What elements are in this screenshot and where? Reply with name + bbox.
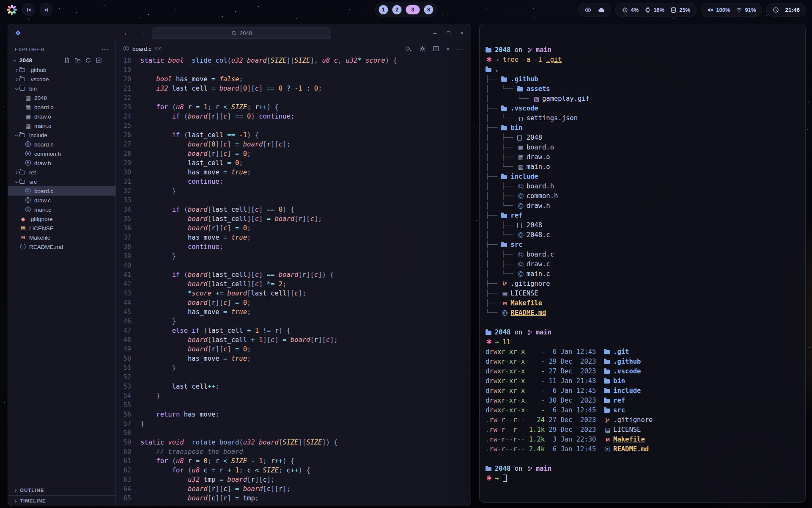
line-number: 26 [116, 130, 131, 140]
split-editor-icon[interactable] [433, 45, 439, 52]
tree-item-label: src [29, 179, 37, 185]
line-number: 54 [116, 391, 131, 400]
workspace-2[interactable]: 2 [392, 5, 402, 14]
workspace-8[interactable]: 8 [424, 5, 433, 14]
tree-item-bin[interactable]: ›bin [8, 84, 115, 93]
nav-back-button[interactable]: ← [123, 29, 130, 37]
clock-time: 21:46 [785, 7, 800, 13]
line-number: 43 [116, 289, 131, 298]
terminal-line: │ ├── 2048 [486, 133, 801, 143]
outline-section[interactable]: › OUTLINE [8, 485, 115, 495]
vscode-titlebar[interactable]: ❖ ← → 2048 – □ × [8, 24, 471, 42]
terminal-line: . [486, 65, 801, 75]
terminal-line: ├── .github [486, 75, 801, 84]
folderf-icon [501, 77, 507, 82]
code-line-43: 43 *score += board[last_cell][c]; [116, 289, 471, 298]
tree-item-LICENSE[interactable]: ▤LICENSE [8, 224, 115, 233]
media-previous-button[interactable] [22, 3, 35, 16]
tree-item-include[interactable]: ›include [8, 130, 115, 140]
tree-item-board.c[interactable]: Ⓒboard.c [8, 186, 115, 196]
cfile-icon: Ⓒ [25, 206, 32, 213]
tree-item-label: draw.c [34, 197, 51, 204]
hfile-icon: Ⓗ [25, 141, 32, 148]
tree-item-label: board.o [34, 104, 54, 110]
top-status-bar: 1238 4% 16% 25% [0, 0, 812, 19]
new-file-button[interactable] [64, 57, 70, 64]
run-file-button[interactable] [406, 45, 412, 52]
workspace-3-active[interactable]: 3 [406, 5, 420, 14]
chevron-right-icon: › [14, 169, 19, 176]
wifi-stat: 91% [736, 7, 756, 13]
project-root-row[interactable]: › 2048 [8, 55, 115, 65]
code-line-31: 31 continue; [116, 177, 471, 186]
code-line-48: 48 board[last_cell + 1][c] = board[r][c]… [116, 335, 471, 345]
tree-item-.github[interactable]: ›.github [8, 65, 115, 75]
folderf-icon [604, 409, 610, 413]
line-number: 23 [116, 102, 131, 112]
tree-item-main.c[interactable]: Ⓒmain.c [8, 205, 115, 214]
code-line-51: 51 } [116, 363, 471, 373]
tree-item-draw.c[interactable]: Ⓒdraw.c [8, 196, 115, 205]
workspace-1[interactable]: 1 [379, 5, 388, 14]
command-center-search[interactable]: 2048 [152, 28, 331, 39]
audio-network-widget: 100% 91% [701, 3, 762, 17]
terminal-line: drwxr-xr-x - 29 Dec 2023 .github [486, 357, 801, 367]
tree-item-draw.h[interactable]: Ⓗdraw.h [8, 158, 115, 168]
tree-item-.vscode[interactable]: ›.vscode [8, 75, 115, 84]
terminal-line: ∗→ ll [486, 337, 801, 347]
code-line-42: 42 board[last_cell][c] *= 2; [116, 279, 471, 289]
editor-more-actions-icon[interactable]: ··· [457, 46, 463, 52]
tree-item-label: board.c [34, 188, 53, 194]
folderf-icon [517, 87, 523, 91]
nav-forward-button[interactable]: → [137, 29, 144, 37]
code-line-55: 55 [116, 400, 471, 410]
tree-item-2048[interactable]: ▦2048 [8, 93, 115, 102]
binary-icon: ▦ [517, 143, 524, 152]
code-editor[interactable]: 18static bool _slide_col(u32 board[SIZE]… [116, 55, 471, 506]
tree-item-draw.o[interactable]: ▦draw.o [8, 112, 115, 121]
tree-item-ref[interactable]: ›ref [8, 168, 115, 177]
tree-item-.gitignore[interactable]: ◆.gitignore [8, 214, 115, 224]
terminal-line: │ ├── ▦board.o [486, 143, 801, 152]
tree-item-common.h[interactable]: Ⓗcommon.h [8, 149, 115, 158]
terminal-line: .rw-r--r-- 24 27 Dec 2023 .gitignore [486, 415, 801, 425]
terminal-line: drwxr-xr-x - 6 Jan 12:45 include [486, 386, 801, 396]
system-logo-icon[interactable] [6, 4, 18, 16]
terminal-line: │ ├── Ⓒdraw.c [486, 260, 801, 269]
tab-file-name[interactable]: board.c [132, 46, 151, 52]
workspace-switcher: 1238 [375, 3, 437, 17]
code-line-35: 35 board[last_cell][c] = board[r][c]; [116, 214, 471, 224]
tree-item-main.o[interactable]: ▦main.o [8, 121, 115, 130]
line-number: 34 [116, 205, 131, 214]
close-button[interactable]: × [461, 30, 464, 36]
line-number: 18 [116, 56, 131, 65]
binary-icon: ▦ [517, 152, 524, 162]
folderf-icon [501, 126, 507, 130]
tree-item-src[interactable]: ›src [8, 177, 115, 186]
code-line-56: 56 return has_move; [116, 410, 471, 419]
refresh-button[interactable] [85, 57, 91, 64]
exe-icon [517, 223, 522, 228]
line-number: 63 [116, 475, 131, 484]
close-editor-icon[interactable]: × [446, 46, 450, 52]
maximize-button[interactable]: □ [447, 30, 450, 36]
explorer-more-actions-icon[interactable]: ··· [102, 46, 109, 52]
new-folder-button[interactable] [74, 57, 81, 64]
minimize-button[interactable]: – [433, 30, 437, 36]
terminal-line: .rw-r--r-- 1.1k 29 Dec 2023 ▤LICENSE [486, 425, 801, 435]
code-line-21: 21 i32 last_cell = board[0][c] == 0 ? -1… [116, 84, 471, 93]
line-number: 35 [116, 214, 131, 224]
tree-item-board.h[interactable]: Ⓗboard.h [8, 140, 115, 149]
media-next-button[interactable] [40, 3, 52, 16]
configure-run-icon[interactable] [419, 45, 426, 52]
terminal-window[interactable]: 2048 on main∗→ tree -a -I .git.├── .gith… [479, 24, 806, 503]
tree-item-Makefile[interactable]: MMakefile [8, 233, 115, 242]
wifi-icon [736, 7, 742, 13]
tree-item-README.md[interactable]: ⓘREADME.md [8, 242, 115, 251]
binary-icon: ▦ [25, 113, 32, 120]
folderf-icon [604, 399, 610, 403]
tree-item-board.o[interactable]: ▦board.o [8, 102, 115, 112]
code-line-22: 22 [116, 93, 471, 102]
timeline-section[interactable]: › TIMELINE [8, 495, 115, 506]
collapse-all-button[interactable] [96, 57, 102, 64]
